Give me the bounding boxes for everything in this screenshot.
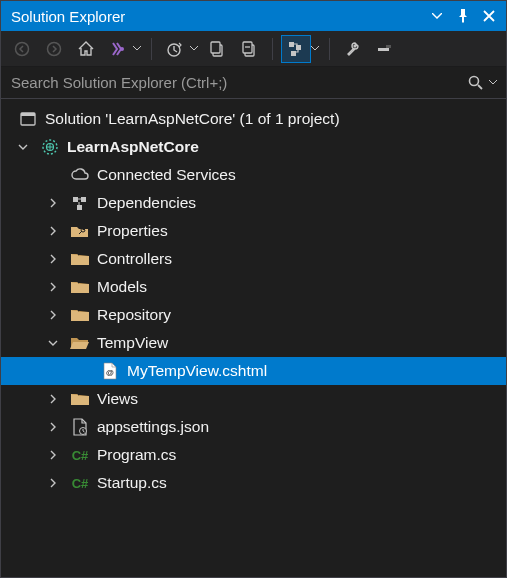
chevron-right-icon[interactable] bbox=[45, 251, 61, 267]
chevron-right-icon[interactable] bbox=[45, 475, 61, 491]
wrench-folder-icon bbox=[69, 221, 91, 241]
node-label: Controllers bbox=[97, 250, 172, 268]
node-label: Models bbox=[97, 278, 147, 296]
chevron-right-icon[interactable] bbox=[45, 391, 61, 407]
node-label: MyTempView.cshtml bbox=[127, 362, 267, 380]
svg-point-2 bbox=[120, 47, 124, 51]
repository-folder[interactable]: Repository bbox=[1, 301, 506, 329]
csproj-icon bbox=[39, 137, 61, 157]
project-node[interactable]: LearnAspNetCore bbox=[1, 133, 506, 161]
svg-point-0 bbox=[16, 42, 29, 55]
svg-rect-8 bbox=[289, 42, 294, 47]
close-button[interactable] bbox=[478, 5, 500, 27]
chevron-right-icon[interactable] bbox=[45, 223, 61, 239]
cloud-icon bbox=[69, 165, 91, 185]
program-file[interactable]: C# Program.cs bbox=[1, 441, 506, 469]
solution-icon bbox=[17, 109, 39, 129]
separator bbox=[272, 38, 273, 60]
svg-point-13 bbox=[470, 76, 479, 85]
svg-rect-20 bbox=[77, 205, 82, 210]
svg-rect-11 bbox=[378, 48, 389, 51]
node-label: Repository bbox=[97, 306, 171, 324]
properties-node[interactable]: Properties bbox=[1, 217, 506, 245]
node-label: Connected Services bbox=[97, 166, 236, 184]
pin-button[interactable] bbox=[452, 5, 474, 27]
solution-node[interactable]: Solution 'LearnAspNetCore' (1 of 1 proje… bbox=[1, 105, 506, 133]
node-label: Dependencies bbox=[97, 194, 196, 212]
solution-label: Solution 'LearnAspNetCore' (1 of 1 proje… bbox=[45, 110, 340, 128]
dependencies-icon bbox=[69, 193, 91, 213]
mytempview-file[interactable]: @ MyTempView.cshtml bbox=[1, 357, 506, 385]
sync-button[interactable] bbox=[202, 35, 232, 63]
svg-rect-15 bbox=[21, 113, 35, 116]
svg-point-1 bbox=[48, 42, 61, 55]
folder-icon bbox=[69, 389, 91, 409]
tree-view: Solution 'LearnAspNetCore' (1 of 1 proje… bbox=[1, 99, 506, 503]
dependencies-node[interactable]: Dependencies bbox=[1, 189, 506, 217]
show-all-files-button[interactable] bbox=[281, 35, 311, 63]
preview-button[interactable] bbox=[370, 35, 400, 63]
search-dropdown[interactable] bbox=[486, 80, 500, 85]
svg-rect-18 bbox=[73, 197, 78, 202]
node-label: appsettings.json bbox=[97, 418, 209, 436]
svg-rect-5 bbox=[211, 42, 220, 53]
search-bar bbox=[1, 67, 506, 99]
search-input[interactable] bbox=[11, 74, 466, 91]
controllers-folder[interactable]: Controllers bbox=[1, 245, 506, 273]
chevron-right-icon[interactable] bbox=[45, 195, 61, 211]
home-button[interactable] bbox=[71, 35, 101, 63]
show-all-files-dropdown[interactable] bbox=[309, 35, 321, 63]
chevron-right-icon[interactable] bbox=[45, 447, 61, 463]
search-icon[interactable] bbox=[466, 75, 486, 91]
forward-button[interactable] bbox=[39, 35, 69, 63]
csharp-file-icon: C# bbox=[69, 445, 91, 465]
chevron-right-icon[interactable] bbox=[45, 419, 61, 435]
node-label: Startup.cs bbox=[97, 474, 167, 492]
dropdown-button[interactable] bbox=[426, 5, 448, 27]
models-folder[interactable]: Models bbox=[1, 273, 506, 301]
views-folder[interactable]: Views bbox=[1, 385, 506, 413]
folder-icon bbox=[69, 277, 91, 297]
svg-text:@: @ bbox=[106, 368, 114, 377]
project-label: LearnAspNetCore bbox=[67, 138, 199, 156]
appsettings-file[interactable]: appsettings.json bbox=[1, 413, 506, 441]
collapse-all-button[interactable] bbox=[234, 35, 264, 63]
node-label: TempView bbox=[97, 334, 168, 352]
chevron-right-icon[interactable] bbox=[45, 307, 61, 323]
chevron-right-icon[interactable] bbox=[45, 279, 61, 295]
startup-file[interactable]: C# Startup.cs bbox=[1, 469, 506, 497]
folder-icon bbox=[69, 305, 91, 325]
svg-rect-19 bbox=[81, 197, 86, 202]
switch-views-dropdown[interactable] bbox=[131, 35, 143, 63]
back-button[interactable] bbox=[7, 35, 37, 63]
pending-changes-dropdown[interactable] bbox=[188, 35, 200, 63]
tempview-folder[interactable]: TempView bbox=[1, 329, 506, 357]
pending-changes-button[interactable] bbox=[160, 35, 190, 63]
csharp-file-icon: C# bbox=[69, 473, 91, 493]
separator bbox=[151, 38, 152, 60]
chevron-down-icon[interactable] bbox=[45, 335, 61, 351]
chevron-down-icon[interactable] bbox=[15, 139, 31, 155]
folder-open-icon bbox=[69, 333, 91, 353]
json-file-icon bbox=[69, 417, 91, 437]
cshtml-file-icon: @ bbox=[99, 361, 121, 381]
svg-rect-12 bbox=[386, 45, 391, 48]
toolbar bbox=[1, 31, 506, 67]
node-label: Properties bbox=[97, 222, 168, 240]
panel-title: Solution Explorer bbox=[11, 8, 422, 25]
folder-icon bbox=[69, 249, 91, 269]
titlebar: Solution Explorer bbox=[1, 1, 506, 31]
switch-views-button[interactable] bbox=[103, 35, 133, 63]
node-label: Program.cs bbox=[97, 446, 176, 464]
node-label: Views bbox=[97, 390, 138, 408]
properties-button[interactable] bbox=[338, 35, 368, 63]
separator bbox=[329, 38, 330, 60]
connected-services-node[interactable]: Connected Services bbox=[1, 161, 506, 189]
